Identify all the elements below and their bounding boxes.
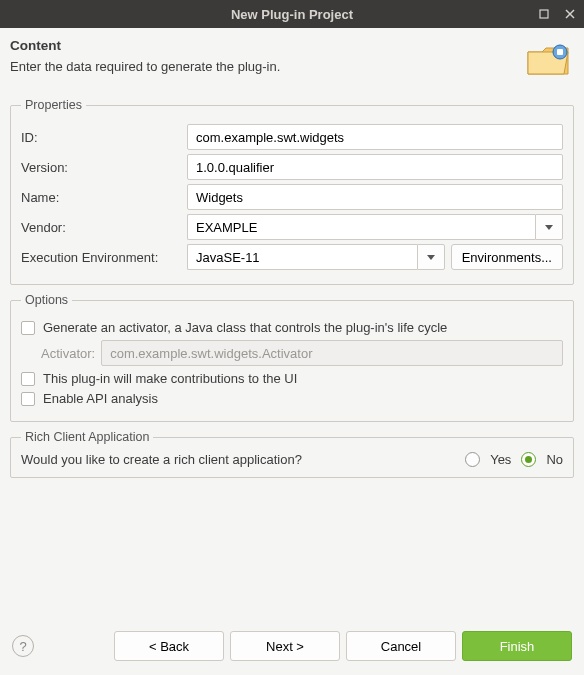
environments-button[interactable]: Environments... [451, 244, 563, 270]
next-button[interactable]: Next > [230, 631, 340, 661]
window-title: New Plug-in Project [231, 7, 353, 22]
chevron-down-icon [427, 255, 435, 260]
page-subtitle: Enter the data required to generate the … [10, 59, 280, 74]
rca-no-radio[interactable] [521, 452, 536, 467]
vendor-dropdown-button[interactable] [535, 214, 563, 240]
options-group: Options Generate an activator, a Java cl… [10, 293, 574, 422]
activator-field [101, 340, 563, 366]
version-label: Version: [21, 160, 181, 175]
exec-env-dropdown-button[interactable] [417, 244, 445, 270]
wizard-folder-icon [524, 38, 572, 82]
svg-rect-4 [557, 49, 563, 55]
rca-question: Would you like to create a rich client a… [21, 452, 302, 467]
name-field[interactable] [187, 184, 563, 210]
wizard-header: Content Enter the data required to gener… [0, 28, 584, 90]
rca-legend: Rich Client Application [21, 430, 153, 444]
rca-yes-radio[interactable] [465, 452, 480, 467]
properties-legend: Properties [21, 98, 86, 112]
vendor-field[interactable] [187, 214, 535, 240]
id-field[interactable] [187, 124, 563, 150]
help-icon[interactable]: ? [12, 635, 34, 657]
activator-label: Activator: [41, 346, 95, 361]
exec-env-label: Execution Environment: [21, 250, 181, 265]
id-label: ID: [21, 130, 181, 145]
cancel-button[interactable]: Cancel [346, 631, 456, 661]
back-button[interactable]: < Back [114, 631, 224, 661]
chevron-down-icon [545, 225, 553, 230]
finish-button[interactable]: Finish [462, 631, 572, 661]
exec-env-field[interactable] [187, 244, 417, 270]
wizard-footer: ? < Back Next > Cancel Finish [0, 621, 584, 675]
rca-yes-label: Yes [490, 452, 511, 467]
close-icon[interactable] [562, 6, 578, 22]
rca-no-label: No [546, 452, 563, 467]
title-bar: New Plug-in Project [0, 0, 584, 28]
name-label: Name: [21, 190, 181, 205]
minimize-icon[interactable] [536, 6, 552, 22]
enable-api-checkbox[interactable] [21, 392, 35, 406]
rca-group: Rich Client Application Would you like t… [10, 430, 574, 478]
generate-activator-checkbox[interactable] [21, 321, 35, 335]
options-legend: Options [21, 293, 72, 307]
enable-api-label: Enable API analysis [43, 391, 158, 406]
svg-rect-0 [540, 10, 548, 18]
vendor-label: Vendor: [21, 220, 181, 235]
page-title: Content [10, 38, 280, 53]
generate-activator-label: Generate an activator, a Java class that… [43, 320, 447, 335]
ui-contributions-label: This plug-in will make contributions to … [43, 371, 297, 386]
ui-contributions-checkbox[interactable] [21, 372, 35, 386]
version-field[interactable] [187, 154, 563, 180]
properties-group: Properties ID: Version: Name: Vendor: Ex… [10, 98, 574, 285]
